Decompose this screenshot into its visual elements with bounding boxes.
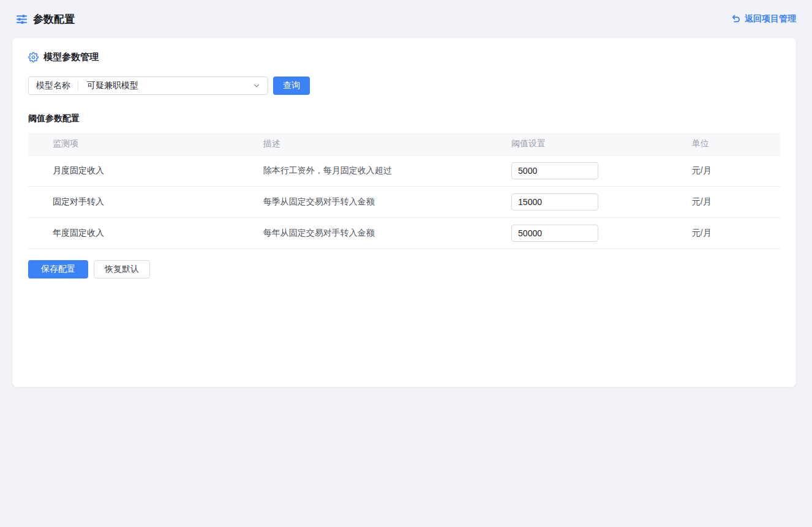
cell-desc: 除本行工资外，每月固定收入超过 — [239, 155, 487, 186]
cell-unit: 元/月 — [667, 186, 780, 217]
cell-threshold — [487, 217, 667, 249]
undo-icon — [731, 15, 740, 23]
cell-unit: 元/月 — [667, 155, 780, 186]
threshold-input-yearly[interactable] — [511, 225, 598, 242]
panel-header: 模型参数管理 — [28, 51, 780, 63]
table-header-row: 监测项 描述 阈值设置 单位 — [28, 133, 780, 155]
save-button[interactable]: 保存配置 — [28, 260, 88, 278]
cell-unit: 元/月 — [667, 217, 780, 249]
page-header: 参数配置 返回项目管理 — [0, 0, 812, 38]
page-title: 参数配置 — [33, 12, 75, 26]
query-button[interactable]: 查询 — [273, 77, 310, 95]
model-select-label: 模型名称 — [29, 80, 78, 91]
threshold-input-quarterly[interactable] — [511, 193, 598, 211]
cell-item: 年度固定收入 — [28, 217, 239, 249]
column-header-item: 监测项 — [28, 133, 239, 155]
cell-item: 月度固定收入 — [28, 155, 239, 186]
gear-icon — [28, 52, 39, 62]
table-row: 月度固定收入 除本行工资外，每月固定收入超过 元/月 — [28, 155, 780, 186]
panel-title: 模型参数管理 — [43, 51, 99, 63]
cell-desc: 每季从固定交易对手转入金额 — [239, 186, 487, 217]
column-header-threshold: 阈值设置 — [487, 133, 667, 155]
back-to-project-link[interactable]: 返回项目管理 — [731, 13, 796, 24]
cell-threshold — [487, 186, 667, 217]
cell-threshold — [487, 155, 667, 186]
threshold-table: 监测项 描述 阈值设置 单位 月度固定收入 除本行工资外，每月固定收入超过 元/… — [28, 133, 780, 249]
content-card: 模型参数管理 模型名称 可疑兼职模型 查询 阈值参数配置 监测项 描述 阈值设置… — [12, 38, 796, 387]
column-header-desc: 描述 — [239, 133, 487, 155]
threshold-section-title: 阈值参数配置 — [28, 113, 780, 124]
chevron-down-icon — [252, 81, 261, 90]
model-name-select[interactable]: 模型名称 可疑兼职模型 — [28, 77, 268, 95]
table-row: 固定对手转入 每季从固定交易对手转入金额 元/月 — [28, 186, 780, 217]
column-header-unit: 单位 — [667, 133, 780, 155]
model-select-value: 可疑兼职模型 — [78, 80, 252, 91]
form-actions: 保存配置 恢复默认 — [28, 260, 780, 278]
threshold-input-monthly[interactable] — [511, 162, 598, 179]
sliders-icon — [16, 13, 28, 25]
query-form-row: 模型名称 可疑兼职模型 查询 — [28, 77, 780, 95]
reset-button[interactable]: 恢复默认 — [94, 260, 150, 278]
cell-item: 固定对手转入 — [28, 186, 239, 217]
cell-desc: 每年从固定交易对手转入金额 — [239, 217, 487, 249]
table-row: 年度固定收入 每年从固定交易对手转入金额 元/月 — [28, 217, 780, 249]
back-link-label: 返回项目管理 — [745, 13, 796, 24]
